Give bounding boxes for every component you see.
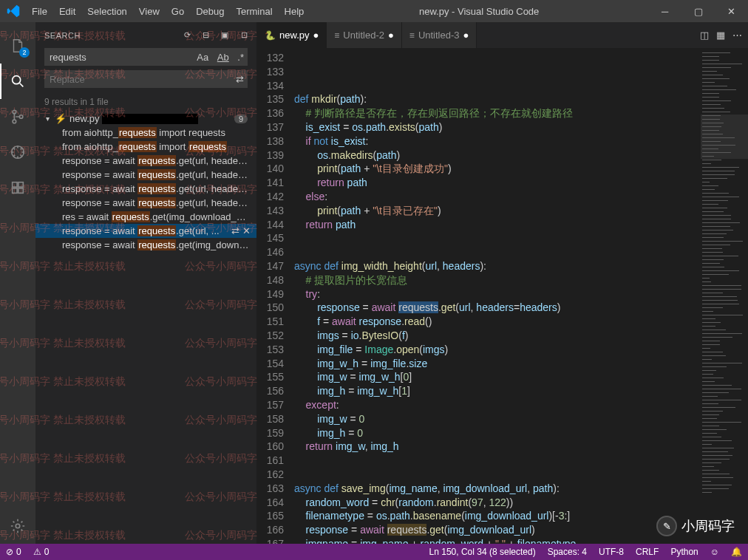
sidebar-title: SEARCH [44,31,175,40]
svg-point-0 [13,76,21,84]
file-icon: ≡ [409,30,415,41]
match-word[interactable]: Ab [214,52,232,63]
split-editor-icon[interactable]: ◫ [700,30,709,41]
code-content[interactable]: def mkdir(path): # 判断路径是否存在，存在则返回路径；不存在就… [294,48,700,544]
minimap[interactable] [700,48,748,544]
svg-point-2 [13,120,16,123]
files-badge: 2 [19,47,30,58]
menu-view[interactable]: View [133,6,166,17]
errors[interactable]: ⊘0 [0,547,27,557]
menu-terminal[interactable]: Terminal [230,6,278,17]
file-icon: ≡ [334,30,339,41]
vscode-icon [0,3,26,19]
svg-point-9 [16,524,20,528]
clear-icon[interactable]: ⊟ [203,30,210,39]
svg-rect-6 [18,182,23,187]
ab-debug[interactable] [0,134,35,170]
svg-rect-7 [13,188,17,193]
regex[interactable]: .* [234,52,247,63]
ab-settings[interactable] [0,508,35,544]
ab-extensions[interactable] [0,170,35,205]
menu-help[interactable]: Help [279,6,310,17]
activity-bar: 2 [0,22,35,544]
python-icon: 🐍 [265,30,276,41]
search-result-line[interactable]: response = await requests.get(url, heade… [35,154,256,168]
maximize-button[interactable]: ▢ [681,0,715,22]
file-name: new.py [69,113,99,124]
results-count: 9 results in 1 file [35,92,256,112]
new-search-icon[interactable]: ▣ [221,30,229,39]
editor-group: 🐍new.py●≡Untitled-2●≡Untitled-3● ◫ ▦ ⋯ 1… [257,22,748,544]
encoding[interactable]: UTF-8 [593,547,630,557]
feedback-icon[interactable]: ☺ [704,547,725,557]
close-button[interactable]: ✕ [715,0,748,22]
dirty-indicator: ● [313,30,319,41]
svg-rect-5 [13,182,17,187]
watermark-logo: ✎小周码字 [656,516,735,536]
search-result-line[interactable]: response = await requests.get(url, heade… [35,168,256,182]
editor-tabs: 🐍new.py●≡Untitled-2●≡Untitled-3● ◫ ▦ ⋯ [257,22,748,48]
replace-field[interactable]: ⇄ [44,70,248,88]
replace-input[interactable] [45,74,233,85]
tab-label: Untitled-3 [418,30,460,41]
svg-point-1 [13,110,16,114]
ab-scm[interactable] [0,99,35,134]
svg-point-3 [19,115,23,119]
window-controls: ─ ▢ ✕ [648,0,748,22]
dirty-indicator: ● [388,30,394,41]
match-count: 9 [234,115,248,123]
indentation[interactable]: Spaces: 4 [542,547,593,557]
tab-new-py[interactable]: 🐍new.py● [257,22,327,48]
tab-label: Untitled-2 [343,30,384,41]
replace-all-icon[interactable]: ⇄ [233,74,247,85]
tab-untitled-3[interactable]: ≡Untitled-3● [402,22,477,48]
eol[interactable]: CRLF [630,547,664,557]
menu-debug[interactable]: Debug [190,6,230,17]
ab-search[interactable] [0,64,35,99]
editor[interactable]: 1321331341351361371381391401411421431441… [257,48,748,544]
window-title: new.py - Visual Studio Code [310,6,648,17]
cursor-position[interactable]: Ln 150, Col 34 (8 selected) [424,547,542,557]
tab-untitled-2[interactable]: ≡Untitled-2● [327,22,402,48]
dirty-indicator: ● [463,30,469,41]
line-gutter: 1321331341351361371381391401411421431441… [257,48,294,544]
menu-selection[interactable]: Selection [81,6,132,17]
language-mode[interactable]: Python [664,547,704,557]
search-result-line[interactable]: from aiohttp_requests import requests [35,126,256,140]
python-icon: ⚡ [55,113,67,124]
search-result-line[interactable]: res = await requests.get(img_download_ur… [35,210,256,224]
menu-bar[interactable]: FileEditSelectionViewGoDebugTerminalHelp [26,6,310,17]
svg-rect-8 [18,188,23,193]
search-input[interactable] [45,52,194,63]
tab-label: new.py [279,30,309,41]
warnings[interactable]: ⚠0 [27,547,55,557]
notifications-icon[interactable]: 🔔 [725,547,748,557]
refresh-icon[interactable]: ⟳ [184,30,191,39]
search-results: ▾ ⚡ new.py 9 from aiohttp_requests impor… [35,112,256,544]
match-case[interactable]: Aa [194,52,211,63]
ab-files[interactable]: 2 [0,28,35,64]
dismiss-icon[interactable]: ✕ [242,225,251,236]
search-result-line[interactable]: response = await requests.get(url, heade… [35,182,256,196]
titlebar: FileEditSelectionViewGoDebugTerminalHelp… [0,0,748,22]
replace-icon[interactable]: ⇄ [231,225,239,236]
more-icon[interactable]: ⋯ [732,30,742,41]
search-field[interactable]: Aa Ab .* [44,48,248,66]
collapse-icon[interactable]: ⊡ [241,30,248,39]
search-result-line[interactable]: response = await requests.get(img_downlo… [35,238,256,252]
search-result-line[interactable]: response = await requests.get(url, heade… [35,196,256,210]
status-bar: ⊘0 ⚠0 Ln 150, Col 34 (8 selected) Spaces… [0,544,748,560]
sidebar: SEARCH ⟳ ⊟ ▣ ⊡ Aa Ab .* ⇄ 9 resul [35,22,257,544]
search-result-line[interactable]: from aiohttp_requests import requests [35,140,256,154]
minimize-button[interactable]: ─ [648,0,681,22]
menu-edit[interactable]: Edit [53,6,81,17]
result-file[interactable]: ▾ ⚡ new.py 9 [35,112,256,126]
menu-go[interactable]: Go [166,6,190,17]
layout-icon[interactable]: ▦ [716,30,725,41]
menu-file[interactable]: File [26,6,53,17]
chevron-down-icon: ▾ [46,115,55,123]
redacted-path [102,114,198,124]
search-result-line[interactable]: response = await requests.get(url, ...⇄✕ [35,224,256,238]
